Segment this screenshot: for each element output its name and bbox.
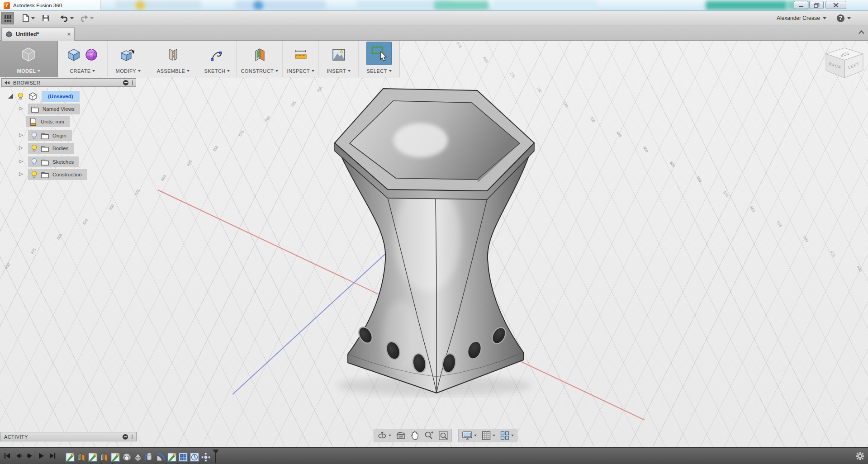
select-tool-active-highlight[interactable] xyxy=(366,42,392,65)
tree-row-construction[interactable]: Construction xyxy=(19,169,87,180)
bulb-on-icon[interactable] xyxy=(17,92,24,101)
assemble-menu[interactable]: ASSEMBLE xyxy=(149,41,198,77)
display-settings-icon xyxy=(462,431,473,440)
bulb-off-icon[interactable] xyxy=(31,158,38,166)
undo-button[interactable] xyxy=(60,12,74,24)
inspect-measure-icon xyxy=(293,47,308,62)
sketch-menu[interactable]: SKETCH xyxy=(198,41,237,77)
expander-closed-icon[interactable] xyxy=(19,159,23,165)
timeline-feature-rect-pattern[interactable] xyxy=(178,452,188,462)
timeline-feature-sketch[interactable] xyxy=(110,452,120,462)
panel-display-toggle-icon[interactable] xyxy=(123,80,128,85)
expander-open-icon[interactable] xyxy=(8,94,13,99)
inspect-menu[interactable]: INSPECT xyxy=(283,41,319,77)
save-button[interactable] xyxy=(42,12,50,24)
component-cube-icon xyxy=(28,92,38,101)
3d-viewport[interactable]: 8258007757507257006756506256005755505255… xyxy=(0,41,868,447)
insert-menu[interactable]: INSERT xyxy=(319,41,359,77)
skip-to-start-button[interactable] xyxy=(4,452,11,459)
redo-button[interactable] xyxy=(80,12,94,24)
tree-row-origin[interactable]: Origin xyxy=(19,130,72,141)
activity-toggle-icon[interactable] xyxy=(123,434,128,440)
grid-display-button[interactable] xyxy=(481,431,495,440)
file-menu-button[interactable] xyxy=(22,12,35,24)
timeline-feature-sketch[interactable] xyxy=(65,452,75,462)
grid-ruler-number: 650 xyxy=(212,145,219,152)
viewports-button[interactable] xyxy=(500,431,514,440)
zoom-button[interactable] xyxy=(424,431,434,440)
timeline-settings-gear-icon[interactable] xyxy=(856,452,864,460)
tree-row-bodies[interactable]: Bodies xyxy=(19,143,74,154)
apps-grid-button[interactable] xyxy=(1,12,14,24)
create-menu[interactable]: CREATE xyxy=(58,41,108,77)
activity-grip[interactable] xyxy=(132,435,133,439)
collapse-panel-icon[interactable] xyxy=(5,81,9,85)
tree-label[interactable]: Construction xyxy=(52,172,82,177)
toolbar-collapse-chevron[interactable] xyxy=(859,30,864,36)
timeline-feature-construction-plane[interactable] xyxy=(99,452,109,462)
blurred-browser-tab[interactable] xyxy=(235,1,326,10)
view-cube[interactable]: TOP BACK LEFT xyxy=(823,46,866,83)
timeline-feature-construction-plane[interactable] xyxy=(76,452,86,462)
skip-to-end-button[interactable] xyxy=(49,452,56,459)
construct-plane-icon xyxy=(252,47,267,62)
grid-ruler-number: 725 xyxy=(562,101,569,108)
tree-label[interactable]: Named Views xyxy=(43,106,75,112)
expander-closed-icon[interactable] xyxy=(19,106,23,112)
tree-label[interactable]: Bodies xyxy=(52,146,68,151)
expander-closed-icon[interactable] xyxy=(19,172,23,177)
tree-row-document[interactable]: (Unsaved) xyxy=(8,91,80,102)
timeline-feature-sketch[interactable] xyxy=(167,452,177,462)
tree-label[interactable]: Sketches xyxy=(52,159,74,165)
browser-panel-header[interactable]: BROWSER xyxy=(1,78,136,87)
tree-row-units[interactable]: Units: mm xyxy=(26,116,70,127)
timeline-feature-fillet[interactable] xyxy=(156,452,166,462)
restore-button[interactable] xyxy=(809,1,824,9)
look-at-button[interactable] xyxy=(396,431,406,440)
grid-ruler-number: 800 xyxy=(482,56,489,63)
tree-label[interactable]: (Unsaved) xyxy=(48,94,73,99)
expander-closed-icon[interactable] xyxy=(19,146,23,151)
close-button[interactable] xyxy=(825,1,846,9)
insert-image-icon xyxy=(331,47,346,62)
tab-close-icon[interactable]: × xyxy=(67,31,71,38)
activity-panel-header[interactable]: ACTIVITY xyxy=(0,432,137,441)
user-account-menu[interactable]: Alexander Crease xyxy=(777,11,826,25)
select-menu[interactable]: SELECT xyxy=(359,41,399,77)
pan-button[interactable] xyxy=(410,431,419,440)
expander-closed-icon[interactable] xyxy=(19,133,23,138)
help-menu[interactable]: ? xyxy=(837,11,851,25)
3d-model-hexagonal-vase[interactable] xyxy=(332,84,545,400)
timeline-feature-track xyxy=(65,450,211,462)
panel-grip[interactable] xyxy=(132,80,133,85)
document-tab-untitled[interactable]: Untitled* × xyxy=(1,27,75,41)
play-button[interactable] xyxy=(38,452,45,459)
model-workspace-menu[interactable]: MODEL xyxy=(0,41,58,77)
timeline-feature-form[interactable] xyxy=(122,452,132,462)
tree-label[interactable]: Origin xyxy=(52,133,66,138)
blurred-browser-tab[interactable] xyxy=(493,1,597,10)
display-settings-button[interactable] xyxy=(462,431,477,440)
bulb-on-icon[interactable] xyxy=(31,170,38,179)
grid-ruler-number: 550 xyxy=(108,204,115,211)
timeline-feature-chamfer[interactable] xyxy=(133,452,143,462)
timeline-playhead[interactable] xyxy=(213,450,219,463)
step-back-button[interactable] xyxy=(15,452,22,459)
tree-row-named-views[interactable]: Named Views xyxy=(19,104,80,114)
timeline-feature-pattern-on-path[interactable] xyxy=(201,452,211,462)
fit-button[interactable] xyxy=(438,431,448,440)
bulb-off-icon[interactable] xyxy=(31,132,38,140)
step-forward-button[interactable] xyxy=(26,452,33,459)
timeline-feature-sketch[interactable] xyxy=(88,452,98,462)
timeline-feature-circular-pattern[interactable] xyxy=(190,452,199,462)
tree-row-sketches[interactable]: Sketches xyxy=(19,156,79,167)
timeline-feature-revolve[interactable] xyxy=(144,452,154,462)
construct-menu[interactable]: CONSTRUCT xyxy=(237,41,283,77)
minimize-button[interactable] xyxy=(794,1,808,9)
bulb-on-icon[interactable] xyxy=(31,144,38,153)
tree-label[interactable]: Units: mm xyxy=(41,119,64,124)
modify-menu[interactable]: MODIFY xyxy=(108,41,149,77)
orbit-button[interactable] xyxy=(377,431,391,440)
app-tab-fusion360[interactable]: f Autodesk Fusion 360 xyxy=(0,0,100,11)
blurred-browser-tab[interactable] xyxy=(115,1,201,10)
